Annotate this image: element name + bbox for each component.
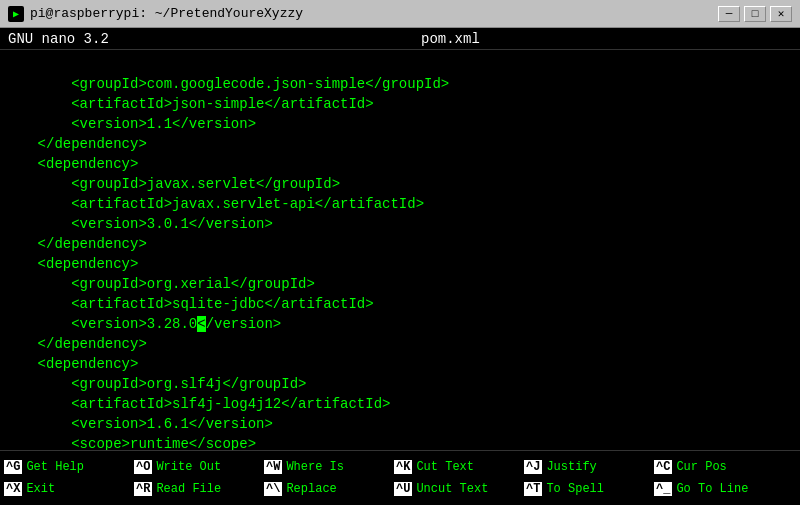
- shortcut-label: Get Help: [26, 460, 84, 474]
- title-bar-left: ▶ pi@raspberrypi: ~/PretendYoureXyzzy: [8, 6, 303, 22]
- editor-line: </dependency>: [0, 134, 800, 154]
- shortcut-key: ^G: [4, 460, 22, 474]
- shortcut-label: Justify: [546, 460, 596, 474]
- editor-line: <artifactId>javax.servlet-api</artifactI…: [0, 194, 800, 214]
- minimize-button[interactable]: ─: [718, 6, 740, 22]
- shortcut-item[interactable]: ^TTo Spell: [524, 482, 654, 496]
- shortcut-label: Cur Pos: [676, 460, 726, 474]
- shortcut-item[interactable]: ^_Go To Line: [654, 482, 784, 496]
- shortcut-label: Cut Text: [416, 460, 474, 474]
- shortcut-label: Write Out: [156, 460, 221, 474]
- editor-line: <dependency>: [0, 354, 800, 374]
- editor-line: </dependency>: [0, 234, 800, 254]
- shortcut-key: ^W: [264, 460, 282, 474]
- shortcut-key: ^C: [654, 460, 672, 474]
- maximize-button[interactable]: □: [744, 6, 766, 22]
- shortcut-key: ^T: [524, 482, 542, 496]
- shortcut-label: Replace: [286, 482, 336, 496]
- window-title: pi@raspberrypi: ~/PretendYoureXyzzy: [30, 6, 303, 21]
- editor-line: <dependency>: [0, 254, 800, 274]
- editor-line: <groupId>javax.servlet</groupId>: [0, 174, 800, 194]
- shortcut-item[interactable]: ^XExit: [4, 482, 134, 496]
- window-controls: ─ □ ✕: [718, 6, 792, 22]
- filename: pom.xml: [421, 31, 480, 47]
- editor-line: <groupId>com.googlecode.json-simple</gro…: [0, 74, 800, 94]
- editor-line: <artifactId>slf4j-log4j12</artifactId>: [0, 394, 800, 414]
- shortcut-label: Read File: [156, 482, 221, 496]
- nano-header: GNU nano 3.2 pom.xml: [0, 28, 800, 50]
- editor-line: <artifactId>sqlite-jdbc</artifactId>: [0, 294, 800, 314]
- nano-version: GNU nano 3.2: [8, 31, 109, 47]
- shortcut-item[interactable]: ^CCur Pos: [654, 460, 784, 474]
- text-cursor: <: [197, 316, 205, 332]
- footer-shortcuts: ^GGet Help^OWrite Out^WWhere Is^KCut Tex…: [0, 450, 800, 505]
- shortcut-item[interactable]: ^RRead File: [134, 482, 264, 496]
- shortcut-key: ^X: [4, 482, 22, 496]
- shortcut-item[interactable]: ^JJustify: [524, 460, 654, 474]
- shortcut-key: ^K: [394, 460, 412, 474]
- shortcut-item[interactable]: ^OWrite Out: [134, 460, 264, 474]
- editor-line: <scope>runtime</scope>: [0, 434, 800, 450]
- shortcut-key: ^J: [524, 460, 542, 474]
- editor-line: <artifactId>json-simple</artifactId>: [0, 94, 800, 114]
- shortcut-item[interactable]: ^WWhere Is: [264, 460, 394, 474]
- shortcut-item[interactable]: ^KCut Text: [394, 460, 524, 474]
- shortcut-label: Uncut Text: [416, 482, 488, 496]
- shortcut-key: ^_: [654, 482, 672, 496]
- editor-line: <groupId>org.xerial</groupId>: [0, 274, 800, 294]
- title-bar: ▶ pi@raspberrypi: ~/PretendYoureXyzzy ─ …: [0, 0, 800, 28]
- editor-line: <version>3.0.1</version>: [0, 214, 800, 234]
- editor-line: <version>1.6.1</version>: [0, 414, 800, 434]
- shortcut-item[interactable]: ^UUncut Text: [394, 482, 524, 496]
- shortcut-key: ^U: [394, 482, 412, 496]
- editor-line: <version>1.1</version>: [0, 114, 800, 134]
- editor-line: </dependency>: [0, 334, 800, 354]
- shortcut-item[interactable]: ^\Replace: [264, 482, 394, 496]
- footer-row-1: ^XExit^RRead File^\Replace^UUncut Text^T…: [0, 482, 800, 496]
- shortcut-label: Exit: [26, 482, 55, 496]
- shortcut-key: ^R: [134, 482, 152, 496]
- shortcut-label: To Spell: [546, 482, 604, 496]
- shortcut-label: Where Is: [286, 460, 344, 474]
- shortcut-label: Go To Line: [676, 482, 748, 496]
- editor-line: <dependency>: [0, 154, 800, 174]
- close-button[interactable]: ✕: [770, 6, 792, 22]
- shortcut-key: ^\: [264, 482, 282, 496]
- footer-row-0: ^GGet Help^OWrite Out^WWhere Is^KCut Tex…: [0, 460, 800, 474]
- shortcut-key: ^O: [134, 460, 152, 474]
- terminal-icon: ▶: [8, 6, 24, 22]
- editor-line: <version>3.28.0</version>: [0, 314, 800, 334]
- editor-line: <groupId>org.slf4j</groupId>: [0, 374, 800, 394]
- editor-area[interactable]: <groupId>com.googlecode.json-simple</gro…: [0, 50, 800, 450]
- shortcut-item[interactable]: ^GGet Help: [4, 460, 134, 474]
